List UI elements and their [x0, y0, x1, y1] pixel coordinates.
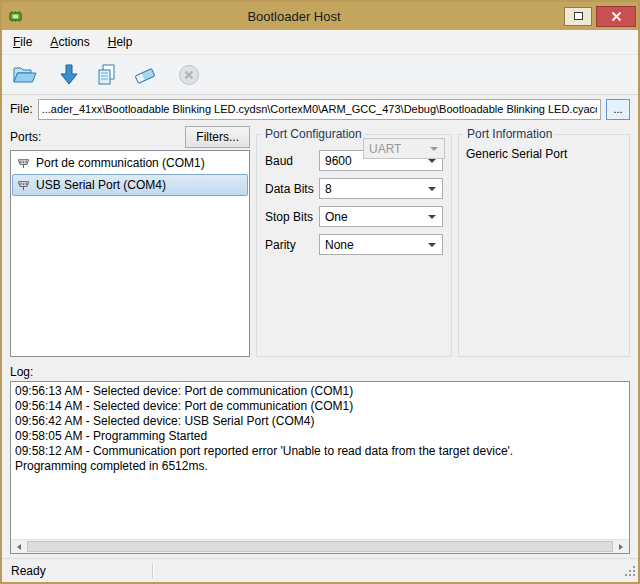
list-item-label: Port de communication (COM1) — [36, 156, 205, 170]
chevron-down-icon — [425, 159, 439, 163]
status-text: Ready — [11, 564, 46, 578]
bootloader-host-window: Bootloader Host File Actions Help — [0, 0, 640, 584]
log-label: Log: — [2, 363, 638, 381]
chevron-down-icon — [427, 147, 441, 151]
ports-panel: Ports: Filters... Port de communication … — [10, 125, 250, 357]
resize-grip[interactable] — [624, 565, 637, 581]
abort-button — [174, 60, 204, 90]
open-folder-icon — [12, 63, 38, 87]
menu-bar: File Actions Help — [2, 30, 638, 55]
app-icon — [8, 8, 24, 24]
ports-label: Ports: — [10, 130, 41, 144]
list-item-com4[interactable]: USB Serial Port (COM4) — [12, 174, 248, 196]
status-bar: Ready — [2, 558, 638, 582]
data-bits-label: Data Bits — [265, 182, 319, 196]
abort-icon — [177, 63, 201, 87]
main-area: Ports: Filters... Port de communication … — [2, 123, 638, 363]
status-divider — [152, 563, 154, 578]
program-arrow-icon — [57, 63, 81, 87]
file-label: File: — [10, 102, 33, 116]
close-button[interactable] — [596, 6, 636, 27]
program-button[interactable] — [54, 60, 84, 90]
browse-button[interactable]: ... — [606, 99, 630, 120]
log-horizontal-scrollbar[interactable] — [11, 539, 629, 553]
eraser-icon — [133, 63, 157, 87]
log-line: 09:58:05 AM - Programming Started — [15, 429, 625, 444]
chevron-down-icon — [425, 243, 439, 247]
log-line: 09:58:12 AM - Communication port reporte… — [15, 444, 625, 459]
scroll-right-icon[interactable] — [613, 540, 629, 553]
list-item-com1[interactable]: Port de communication (COM1) — [12, 152, 248, 174]
port-configuration-title: Port Configuration — [262, 127, 365, 141]
list-item-label: USB Serial Port (COM4) — [36, 178, 166, 192]
stop-bits-label: Stop Bits — [265, 210, 319, 224]
chevron-down-icon — [425, 187, 439, 191]
file-path-input[interactable] — [38, 99, 601, 120]
log-line: 09:56:14 AM - Selected device: Port de c… — [15, 399, 625, 414]
data-bits-select[interactable]: 8 — [319, 178, 443, 199]
close-icon — [611, 11, 622, 22]
menu-actions[interactable]: Actions — [41, 30, 98, 54]
log-line: Programming completed in 6512ms. — [15, 459, 625, 474]
menu-help[interactable]: Help — [99, 30, 142, 54]
serial-port-icon — [16, 156, 31, 170]
verify-copy-icon — [95, 63, 119, 87]
chevron-down-icon — [425, 215, 439, 219]
baud-label: Baud — [265, 154, 319, 168]
scroll-left-icon[interactable] — [11, 540, 27, 553]
log-line: 09:56:13 AM - Selected device: Port de c… — [15, 384, 625, 399]
stop-bits-select[interactable]: One — [319, 206, 443, 227]
maximize-icon — [574, 12, 583, 20]
port-information-title: Port Information — [464, 127, 555, 141]
open-file-button[interactable] — [10, 60, 40, 90]
protocol-select: UART — [363, 138, 445, 159]
menu-file[interactable]: File — [4, 30, 41, 54]
toolbar — [2, 55, 638, 95]
parity-label: Parity — [265, 238, 319, 252]
maximize-button[interactable] — [564, 7, 592, 26]
file-row: File: ... — [2, 95, 638, 123]
filters-button[interactable]: Filters... — [185, 126, 250, 148]
port-information-text: Generic Serial Port — [459, 143, 629, 165]
log-list[interactable]: 09:56:13 AM - Selected device: Port de c… — [10, 381, 630, 554]
port-configuration-group: Port Configuration UART Baud 9600 Data B… — [256, 127, 452, 357]
scrollbar-thumb[interactable] — [27, 541, 613, 552]
port-information-group: Port Information Generic Serial Port — [458, 127, 630, 357]
parity-select[interactable]: None — [319, 234, 443, 255]
log-line: 09:56:42 AM - Selected device: USB Seria… — [15, 414, 625, 429]
verify-button[interactable] — [92, 60, 122, 90]
window-title: Bootloader Host — [24, 9, 564, 24]
erase-button[interactable] — [130, 60, 160, 90]
serial-port-icon — [16, 178, 31, 192]
ports-list: Port de communication (COM1) USB Serial … — [10, 150, 250, 357]
titlebar: Bootloader Host — [2, 2, 638, 30]
